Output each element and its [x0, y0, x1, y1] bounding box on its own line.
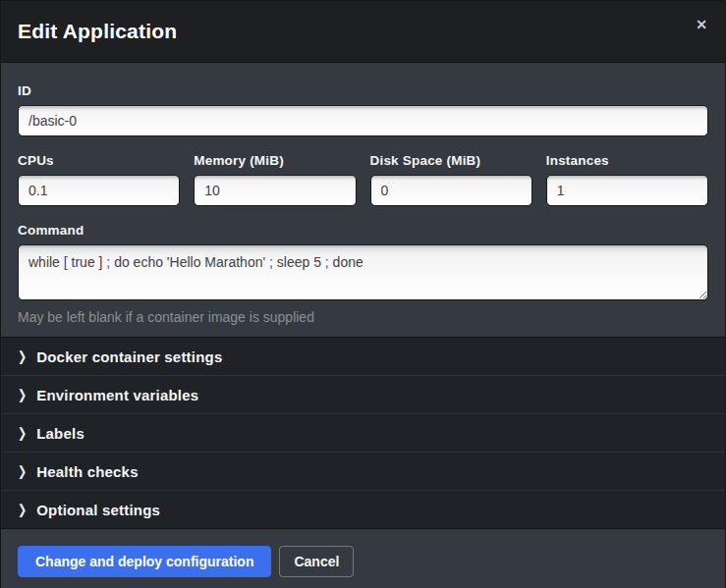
- id-label: ID: [18, 83, 708, 98]
- instances-label: Instances: [546, 153, 708, 168]
- instances-input[interactable]: [546, 175, 708, 206]
- cancel-button[interactable]: Cancel: [279, 546, 354, 577]
- chevron-right-icon: ❯: [18, 349, 27, 363]
- chevron-right-icon: ❯: [18, 503, 27, 516]
- cpus-input[interactable]: [18, 175, 180, 206]
- cpus-field-group: CPUs: [18, 153, 180, 206]
- section-labels[interactable]: ❯ Labels: [1, 414, 725, 453]
- close-icon[interactable]: ✕: [692, 15, 711, 34]
- disk-input[interactable]: [370, 175, 532, 206]
- change-and-deploy-button[interactable]: Change and deploy configuration: [18, 546, 271, 577]
- modal-footer: Change and deploy configuration Cancel: [1, 529, 725, 588]
- section-label: Health checks: [36, 463, 138, 480]
- memory-field-group: Memory (MiB): [194, 153, 356, 206]
- id-input[interactable]: [18, 105, 708, 136]
- chevron-right-icon: ❯: [18, 426, 27, 440]
- section-optional-settings[interactable]: ❯ Optional settings: [1, 491, 725, 529]
- resource-fields-row: CPUs Memory (MiB) Disk Space (MiB) Insta…: [18, 153, 708, 206]
- modal-header: Edit Application ✕: [1, 1, 725, 63]
- command-textarea[interactable]: while [ true ] ; do echo 'Hello Marathon…: [18, 244, 708, 300]
- disk-field-group: Disk Space (MiB): [370, 153, 532, 206]
- section-label: Labels: [36, 425, 84, 442]
- memory-input[interactable]: [194, 175, 356, 206]
- id-field-group: ID: [18, 83, 708, 136]
- section-docker-container-settings[interactable]: ❯ Docker container settings: [1, 338, 725, 376]
- chevron-right-icon: ❯: [18, 464, 27, 478]
- section-label: Docker container settings: [36, 348, 222, 365]
- command-label: Command: [18, 223, 708, 238]
- section-label: Optional settings: [36, 502, 160, 518]
- cpus-label: CPUs: [18, 153, 180, 168]
- disk-label: Disk Space (MiB): [370, 153, 532, 168]
- command-field-group: Command while [ true ] ; do echo 'Hello …: [18, 223, 708, 325]
- chevron-right-icon: ❯: [18, 388, 27, 401]
- command-help-text: May be left blank if a container image i…: [18, 309, 708, 325]
- collapsible-sections: ❯ Docker container settings ❯ Environmen…: [1, 337, 725, 529]
- form-body: ID CPUs Memory (MiB) Disk Space (MiB) In…: [1, 63, 725, 337]
- section-health-checks[interactable]: ❯ Health checks: [1, 453, 725, 491]
- section-label: Environment variables: [36, 387, 198, 403]
- section-environment-variables[interactable]: ❯ Environment variables: [1, 376, 725, 414]
- edit-application-modal: Edit Application ✕ ID CPUs Memory (MiB) …: [0, 0, 726, 588]
- modal-title: Edit Application: [18, 20, 177, 43]
- instances-field-group: Instances: [546, 153, 708, 206]
- memory-label: Memory (MiB): [194, 153, 356, 168]
